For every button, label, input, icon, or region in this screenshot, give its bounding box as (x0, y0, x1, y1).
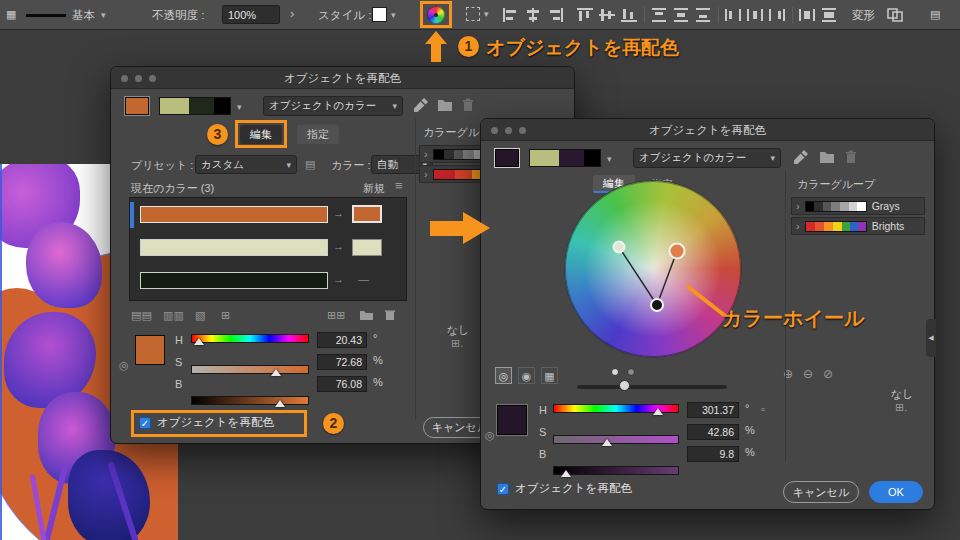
b-slider[interactable] (553, 466, 679, 475)
new-color-swatch[interactable] (352, 205, 382, 223)
h-value-input[interactable]: 20.43 (317, 332, 367, 348)
align-left-icon[interactable] (502, 7, 520, 23)
exclude-colors-icon[interactable]: ▧ (195, 309, 205, 321)
color-group-row-brights[interactable]: › Brights (791, 217, 925, 235)
color-set-strip[interactable] (159, 97, 231, 115)
menu-icon[interactable]: ≡ (395, 180, 403, 192)
h-slider[interactable] (191, 334, 309, 343)
distribute-bottom-icon[interactable] (694, 7, 712, 23)
preset-dropdown[interactable]: カスタム ▾ (195, 155, 297, 174)
selection-style-dropdown[interactable]: ▾ (466, 7, 489, 21)
panel-collapse-icon[interactable]: ◀ (926, 319, 936, 357)
wheel-mode-bars-icon[interactable]: ▦ (541, 367, 558, 384)
distribute-left-icon[interactable] (724, 7, 742, 23)
checkbox-checked-icon[interactable]: ✓ (497, 483, 509, 495)
new-color-swatch[interactable] (352, 239, 382, 256)
dialog-titlebar[interactable]: オブジェクトを再配色 (111, 67, 574, 89)
style-swatch-dropdown[interactable]: ▾ (372, 7, 396, 22)
transform-shape-icon[interactable] (886, 7, 904, 23)
trash-icon[interactable] (460, 98, 476, 112)
tab-edit[interactable]: 編集 (240, 125, 282, 144)
align-top-icon[interactable] (576, 7, 594, 23)
separate-colors-icon[interactable]: ▥▥ (163, 309, 184, 321)
harmony-unlink-icon[interactable]: ⊖ (803, 368, 813, 380)
brightness-mini-dot-1[interactable] (611, 368, 619, 376)
b-slider-handle[interactable] (561, 470, 571, 477)
distribute-vspace-icon[interactable] (820, 7, 838, 23)
stroke-style-dropdown[interactable]: 基本 ▾ (26, 6, 106, 24)
s-value-input[interactable]: 42.86 (687, 424, 739, 440)
distribute-right-icon[interactable] (768, 7, 786, 23)
chevron-right-icon[interactable]: › (290, 6, 294, 21)
b-slider-handle[interactable] (275, 400, 285, 407)
distribute-vcenter-icon[interactable] (672, 7, 690, 23)
object-colors-dropdown[interactable]: オブジェクトのカラー ▾ (263, 96, 403, 116)
chevron-right-icon[interactable]: › (424, 168, 428, 180)
active-color-swatch[interactable] (125, 97, 149, 115)
document-icon[interactable]: ▦ (6, 8, 16, 21)
harmony-off-icon[interactable]: ⊘ (823, 368, 833, 380)
s-value-input[interactable]: 72.68 (317, 354, 367, 370)
h-slider[interactable] (553, 404, 679, 413)
checkbox-checked-icon[interactable]: ✓ (139, 417, 151, 429)
new-group-grid-icon[interactable]: ⊞⊞ (327, 309, 345, 321)
active-color-swatch[interactable] (495, 149, 519, 167)
hsb-main-swatch[interactable] (135, 335, 165, 365)
distribute-top-icon[interactable] (650, 7, 668, 23)
new-folder-icon[interactable] (437, 98, 453, 112)
align-vcenter-icon[interactable] (598, 7, 616, 23)
new-row-icon[interactable]: ⊞ (221, 309, 230, 321)
wheel-mode-smooth-icon[interactable]: ◎ (495, 367, 512, 384)
none-swatch-icon[interactable]: ⊞. (451, 337, 463, 349)
wheel-mode-segment-icon[interactable]: ◉ (518, 367, 535, 384)
brightness-slider-handle[interactable] (619, 380, 630, 391)
s-slider[interactable] (191, 365, 309, 374)
constrain-harmony-icon[interactable]: ◎ (119, 359, 129, 371)
none-swatch-icon[interactable]: ⊞. (895, 401, 907, 413)
s-slider[interactable] (553, 435, 679, 444)
save-preset-icon[interactable]: ▤ (305, 158, 315, 170)
current-color-bar[interactable] (140, 206, 328, 223)
b-value-input[interactable]: 9.8 (687, 446, 739, 462)
recolor-checkbox-row[interactable]: ✓ オブジェクトを再配色 (497, 481, 632, 496)
chevron-right-icon[interactable]: › (796, 200, 800, 212)
trash-icon[interactable] (843, 150, 859, 164)
h-slider-handle[interactable] (653, 408, 663, 415)
distribute-hspace-icon[interactable] (798, 7, 816, 23)
merge-colors-icon[interactable]: ▤▤ (131, 309, 152, 321)
color-group-row-grays[interactable]: › Grays (791, 197, 925, 215)
s-slider-handle[interactable] (602, 439, 612, 446)
delete-color-icon[interactable] (383, 309, 397, 321)
brightness-mini-dot-2[interactable] (627, 368, 635, 376)
object-colors-dropdown[interactable]: オブジェクトのカラー ▾ (633, 148, 781, 168)
current-color-bar[interactable] (140, 239, 328, 256)
color-set-strip[interactable] (529, 149, 601, 167)
align-hcenter-icon[interactable] (524, 7, 542, 23)
eyedropper-icon[interactable] (413, 97, 429, 113)
tab-assign[interactable]: 指定 (297, 125, 339, 144)
h-slider-handle[interactable] (194, 338, 204, 345)
align-right-icon[interactable] (546, 7, 564, 23)
eyedropper-icon[interactable] (793, 149, 809, 165)
new-color-group-folder-icon[interactable] (359, 309, 374, 321)
hsb-main-swatch[interactable] (497, 405, 527, 435)
opacity-input[interactable]: 100% (222, 5, 280, 24)
panel-options-icon[interactable]: ▤ (930, 8, 940, 21)
new-folder-icon[interactable] (819, 150, 835, 164)
b-value-input[interactable]: 76.08 (317, 376, 367, 392)
dialog-titlebar[interactable]: オブジェクトを再配色 (481, 119, 934, 141)
chevron-right-icon[interactable]: › (796, 220, 800, 232)
chevron-right-icon[interactable]: › (424, 148, 428, 160)
h-value-input[interactable]: 301.37 (687, 402, 739, 418)
chevron-down-icon[interactable]: ▾ (607, 154, 612, 164)
transform-label[interactable]: 変形 (852, 8, 875, 22)
cancel-button[interactable]: キャンセル (783, 481, 859, 503)
current-color-bar[interactable] (140, 272, 328, 289)
chevron-down-icon[interactable]: ▾ (237, 102, 242, 112)
recolor-checkbox-row[interactable]: ✓ オブジェクトを再配色 (139, 415, 274, 430)
b-slider[interactable] (191, 396, 309, 405)
ok-button[interactable]: OK (869, 481, 923, 503)
gamut-warning-icon[interactable]: ▫ (761, 403, 765, 415)
brightness-slider-track[interactable] (577, 385, 727, 389)
align-bottom-icon[interactable] (620, 7, 638, 23)
